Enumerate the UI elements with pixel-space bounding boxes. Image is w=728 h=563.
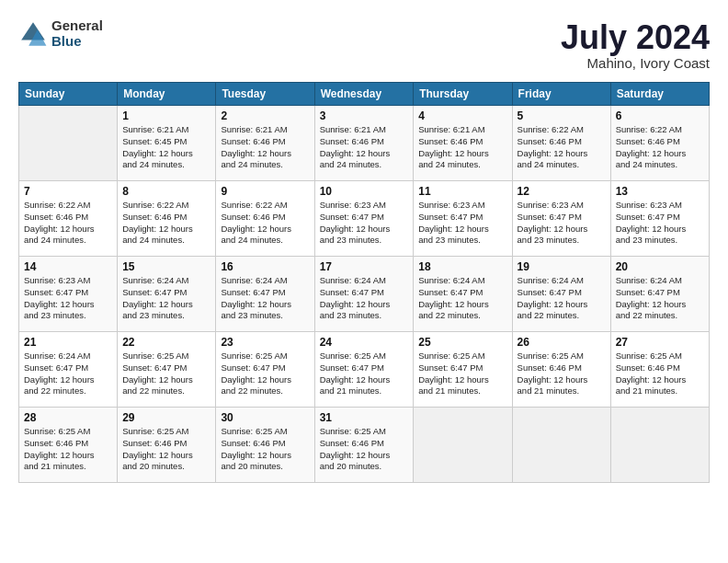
calendar-cell: 31Sunrise: 6:25 AM Sunset: 6:46 PM Dayli… [314, 408, 414, 483]
cell-info: Sunrise: 6:25 AM Sunset: 6:46 PM Dayligh… [616, 350, 704, 397]
day-number: 17 [320, 260, 409, 273]
cell-info: Sunrise: 6:25 AM Sunset: 6:46 PM Dayligh… [320, 426, 409, 473]
calendar-cell: 27Sunrise: 6:25 AM Sunset: 6:46 PM Dayli… [610, 332, 709, 408]
calendar-cell: 28Sunrise: 6:25 AM Sunset: 6:46 PM Dayli… [19, 408, 118, 483]
calendar-header-cell: Tuesday [216, 83, 314, 106]
day-number: 8 [122, 185, 210, 198]
calendar-cell: 9Sunrise: 6:22 AM Sunset: 6:46 PM Daylig… [216, 181, 314, 257]
page: General Blue July 2024 Mahino, Ivory Coa… [0, 0, 728, 563]
cell-info: Sunrise: 6:23 AM Sunset: 6:47 PM Dayligh… [418, 200, 506, 247]
cell-info: Sunrise: 6:23 AM Sunset: 6:47 PM Dayligh… [518, 200, 606, 247]
day-number: 3 [320, 109, 409, 122]
cell-info: Sunrise: 6:25 AM Sunset: 6:47 PM Dayligh… [418, 350, 506, 397]
calendar-cell: 3Sunrise: 6:21 AM Sunset: 6:46 PM Daylig… [314, 106, 414, 181]
logo-blue-text: Blue [51, 34, 103, 50]
cell-info: Sunrise: 6:21 AM Sunset: 6:45 PM Dayligh… [122, 124, 210, 171]
calendar-cell [414, 408, 512, 483]
month-year: July 2024 [561, 18, 710, 57]
cell-info: Sunrise: 6:25 AM Sunset: 6:47 PM Dayligh… [122, 350, 210, 397]
cell-info: Sunrise: 6:25 AM Sunset: 6:46 PM Dayligh… [24, 426, 112, 473]
calendar-cell: 25Sunrise: 6:25 AM Sunset: 6:47 PM Dayli… [414, 332, 512, 408]
day-number: 26 [518, 336, 606, 349]
logo-general-text: General [51, 18, 103, 34]
day-number: 5 [518, 109, 606, 122]
calendar-cell: 29Sunrise: 6:25 AM Sunset: 6:46 PM Dayli… [118, 408, 216, 483]
day-number: 20 [616, 260, 704, 273]
day-number: 25 [418, 336, 506, 349]
calendar-cell: 6Sunrise: 6:22 AM Sunset: 6:46 PM Daylig… [610, 106, 709, 181]
calendar-week-row: 28Sunrise: 6:25 AM Sunset: 6:46 PM Dayli… [19, 408, 710, 483]
cell-info: Sunrise: 6:22 AM Sunset: 6:46 PM Dayligh… [518, 124, 606, 171]
calendar-cell: 14Sunrise: 6:23 AM Sunset: 6:47 PM Dayli… [19, 257, 118, 332]
calendar-header-cell: Saturday [610, 83, 709, 106]
calendar-cell: 7Sunrise: 6:22 AM Sunset: 6:46 PM Daylig… [19, 181, 118, 257]
day-number: 15 [122, 260, 210, 273]
day-number: 21 [24, 336, 112, 349]
cell-info: Sunrise: 6:25 AM Sunset: 6:46 PM Dayligh… [518, 350, 606, 397]
calendar-week-row: 7Sunrise: 6:22 AM Sunset: 6:46 PM Daylig… [19, 181, 710, 257]
calendar-header-cell: Thursday [414, 83, 512, 106]
day-number: 16 [221, 260, 309, 273]
calendar-cell: 17Sunrise: 6:24 AM Sunset: 6:47 PM Dayli… [314, 257, 414, 332]
cell-info: Sunrise: 6:24 AM Sunset: 6:47 PM Dayligh… [616, 275, 704, 322]
calendar-cell: 21Sunrise: 6:24 AM Sunset: 6:47 PM Dayli… [19, 332, 118, 408]
calendar-cell: 24Sunrise: 6:25 AM Sunset: 6:47 PM Dayli… [314, 332, 414, 408]
calendar-cell: 20Sunrise: 6:24 AM Sunset: 6:47 PM Dayli… [610, 257, 709, 332]
cell-info: Sunrise: 6:23 AM Sunset: 6:47 PM Dayligh… [616, 200, 704, 247]
cell-info: Sunrise: 6:22 AM Sunset: 6:46 PM Dayligh… [122, 200, 210, 247]
calendar-week-row: 21Sunrise: 6:24 AM Sunset: 6:47 PM Dayli… [19, 332, 710, 408]
logo: General Blue [18, 18, 103, 49]
cell-info: Sunrise: 6:23 AM Sunset: 6:47 PM Dayligh… [24, 275, 112, 322]
calendar-header-cell: Sunday [19, 83, 118, 106]
day-number: 1 [122, 109, 210, 122]
calendar-cell: 4Sunrise: 6:21 AM Sunset: 6:46 PM Daylig… [414, 106, 512, 181]
cell-info: Sunrise: 6:24 AM Sunset: 6:47 PM Dayligh… [221, 275, 309, 322]
cell-info: Sunrise: 6:22 AM Sunset: 6:46 PM Dayligh… [24, 200, 112, 247]
calendar-header-cell: Wednesday [314, 83, 414, 106]
cell-info: Sunrise: 6:25 AM Sunset: 6:47 PM Dayligh… [320, 350, 409, 397]
calendar-cell [610, 408, 709, 483]
day-number: 9 [221, 185, 309, 198]
cell-info: Sunrise: 6:25 AM Sunset: 6:46 PM Dayligh… [122, 426, 210, 473]
day-number: 4 [418, 109, 506, 122]
calendar-cell: 19Sunrise: 6:24 AM Sunset: 6:47 PM Dayli… [512, 257, 610, 332]
calendar-header-cell: Friday [512, 83, 610, 106]
day-number: 2 [221, 109, 309, 122]
calendar-cell: 12Sunrise: 6:23 AM Sunset: 6:47 PM Dayli… [512, 181, 610, 257]
day-number: 22 [122, 336, 210, 349]
calendar-cell: 22Sunrise: 6:25 AM Sunset: 6:47 PM Dayli… [118, 332, 216, 408]
location: Mahino, Ivory Coast [561, 55, 710, 71]
day-number: 7 [24, 185, 112, 198]
day-number: 28 [24, 411, 112, 424]
calendar-table: SundayMondayTuesdayWednesdayThursdayFrid… [18, 82, 710, 483]
calendar-cell: 10Sunrise: 6:23 AM Sunset: 6:47 PM Dayli… [314, 181, 414, 257]
calendar-cell: 2Sunrise: 6:21 AM Sunset: 6:46 PM Daylig… [216, 106, 314, 181]
cell-info: Sunrise: 6:21 AM Sunset: 6:46 PM Dayligh… [320, 124, 409, 171]
day-number: 24 [320, 336, 409, 349]
calendar-cell: 30Sunrise: 6:25 AM Sunset: 6:46 PM Dayli… [216, 408, 314, 483]
calendar-cell: 16Sunrise: 6:24 AM Sunset: 6:47 PM Dayli… [216, 257, 314, 332]
calendar-cell: 15Sunrise: 6:24 AM Sunset: 6:47 PM Dayli… [118, 257, 216, 332]
cell-info: Sunrise: 6:22 AM Sunset: 6:46 PM Dayligh… [221, 200, 309, 247]
day-number: 6 [616, 109, 704, 122]
calendar-cell: 26Sunrise: 6:25 AM Sunset: 6:46 PM Dayli… [512, 332, 610, 408]
calendar-cell: 18Sunrise: 6:24 AM Sunset: 6:47 PM Dayli… [414, 257, 512, 332]
calendar-cell: 8Sunrise: 6:22 AM Sunset: 6:46 PM Daylig… [118, 181, 216, 257]
day-number: 19 [518, 260, 606, 273]
day-number: 23 [221, 336, 309, 349]
day-number: 12 [518, 185, 606, 198]
calendar-cell: 23Sunrise: 6:25 AM Sunset: 6:47 PM Dayli… [216, 332, 314, 408]
day-number: 27 [616, 336, 704, 349]
calendar-cell: 13Sunrise: 6:23 AM Sunset: 6:47 PM Dayli… [610, 181, 709, 257]
title-block: July 2024 Mahino, Ivory Coast [561, 18, 710, 71]
calendar-cell [512, 408, 610, 483]
day-number: 29 [122, 411, 210, 424]
cell-info: Sunrise: 6:23 AM Sunset: 6:47 PM Dayligh… [320, 200, 409, 247]
cell-info: Sunrise: 6:24 AM Sunset: 6:47 PM Dayligh… [418, 275, 506, 322]
day-number: 31 [320, 411, 409, 424]
day-number: 14 [24, 260, 112, 273]
calendar-cell: 11Sunrise: 6:23 AM Sunset: 6:47 PM Dayli… [414, 181, 512, 257]
calendar-cell [19, 106, 118, 181]
cell-info: Sunrise: 6:22 AM Sunset: 6:46 PM Dayligh… [616, 124, 704, 171]
calendar-body: 1Sunrise: 6:21 AM Sunset: 6:45 PM Daylig… [19, 106, 710, 483]
